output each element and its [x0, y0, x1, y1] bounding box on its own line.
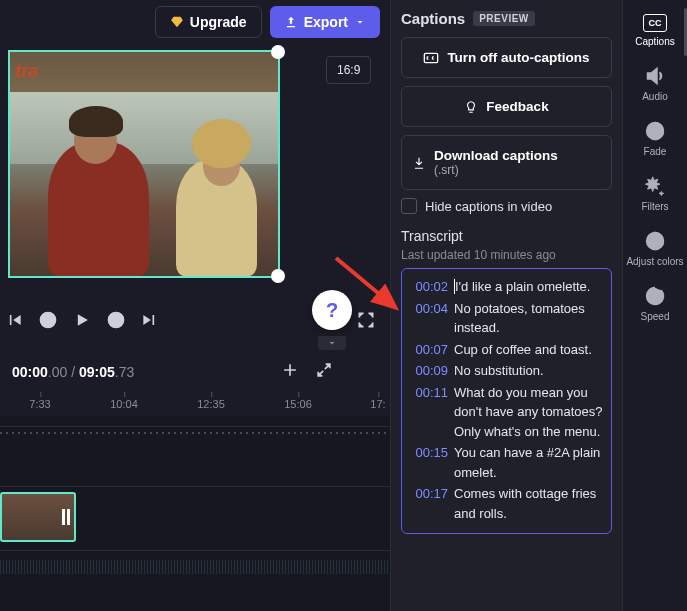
rail-audio[interactable]: Audio: [642, 65, 668, 102]
video-preview[interactable]: tra: [8, 50, 280, 278]
fade-icon: [644, 120, 666, 142]
svg-text:5: 5: [114, 316, 118, 325]
zoom-out-icon[interactable]: [314, 360, 334, 380]
ruler-tick: 7:33: [29, 398, 50, 410]
timeline-ruler[interactable]: 7:33 10:04 12:35 15:06 17:: [0, 398, 390, 416]
export-label: Export: [304, 14, 348, 30]
rewind-5-icon[interactable]: 5: [38, 310, 58, 330]
download-sublabel: (.srt): [434, 163, 558, 177]
download-label: Download captions: [434, 148, 558, 163]
speed-icon: [644, 285, 666, 307]
upload-icon: [284, 15, 298, 29]
last-updated: Last updated 10 minutes ago: [401, 248, 612, 262]
upgrade-button[interactable]: Upgrade: [155, 6, 262, 38]
svg-point-7: [654, 295, 656, 297]
download-icon: [412, 156, 426, 170]
caption-text: I'd like a plain omelette.: [454, 277, 590, 297]
chevron-down-icon: [354, 16, 366, 28]
timeline[interactable]: [0, 416, 390, 611]
timestamp: 00:15: [410, 443, 448, 482]
filters-icon: [644, 175, 666, 197]
timecode: 00:00.00 / 09:05.73: [12, 364, 134, 380]
feedback-label: Feedback: [486, 99, 548, 114]
transcript-editor[interactable]: 00:02I'd like a plain omelette. 00:04No …: [401, 268, 612, 534]
rail-fade[interactable]: Fade: [644, 120, 667, 157]
caption-text: No potatoes, tomatoes instead.: [454, 299, 603, 338]
ruler-tick: 17:: [370, 398, 385, 410]
download-captions-button[interactable]: Download captions (.srt): [401, 135, 612, 190]
rail-captions[interactable]: CC Captions: [635, 14, 674, 47]
captions-title: Captions: [401, 10, 465, 27]
chevron-down-icon: [326, 337, 338, 349]
feedback-button[interactable]: Feedback: [401, 86, 612, 127]
collapse-toggle[interactable]: [318, 336, 346, 350]
right-sidebar: CC Captions Audio Fade Filters Adjust co…: [622, 0, 687, 611]
speaker-icon: [644, 65, 666, 87]
upgrade-label: Upgrade: [190, 14, 247, 30]
caption-text: You can have a #2A plain omelet.: [454, 443, 603, 482]
ruler-tick: 15:06: [284, 398, 312, 410]
caption-text: What do you mean you don't have any toma…: [454, 383, 603, 442]
turnoff-label: Turn off auto-captions: [447, 50, 589, 65]
caption-text: Comes with cottage fries and rolls.: [454, 484, 603, 523]
video-thumbnail: tra: [10, 52, 278, 276]
diamond-icon: [170, 15, 184, 29]
contrast-icon: [644, 230, 666, 252]
skip-back-icon[interactable]: [4, 310, 24, 330]
timestamp: 00:07: [410, 340, 448, 360]
caption-text: No substitution.: [454, 361, 544, 381]
add-icon[interactable]: [280, 360, 300, 380]
play-icon[interactable]: [72, 310, 92, 330]
timestamp: 00:17: [410, 484, 448, 523]
caption-text: Cup of coffee and toast.: [454, 340, 592, 360]
audio-waveform: [0, 560, 390, 574]
lightbulb-icon: [464, 100, 478, 114]
hide-captions-checkbox[interactable]: [401, 198, 417, 214]
aspect-ratio-button[interactable]: 16:9: [326, 56, 371, 84]
ruler-tick: 12:35: [197, 398, 225, 410]
export-button[interactable]: Export: [270, 6, 380, 38]
timestamp: 00:11: [410, 383, 448, 442]
turnoff-captions-button[interactable]: Turn off auto-captions: [401, 37, 612, 78]
rail-speed[interactable]: Speed: [641, 285, 670, 322]
waveform-track: [0, 432, 390, 434]
ruler-tick: 10:04: [110, 398, 138, 410]
rail-filters[interactable]: Filters: [641, 175, 668, 212]
hide-captions-label: Hide captions in video: [425, 199, 552, 214]
timestamp: 00:02: [410, 277, 448, 297]
pause-icon: [62, 509, 70, 525]
timestamp: 00:09: [410, 361, 448, 381]
rail-adjust-colors[interactable]: Adjust colors: [626, 230, 683, 267]
cc-icon: CC: [643, 14, 667, 32]
video-clip[interactable]: [0, 492, 76, 542]
fullscreen-icon[interactable]: [356, 310, 376, 330]
preview-badge: PREVIEW: [473, 11, 535, 26]
help-button[interactable]: ?: [312, 290, 352, 330]
forward-5-icon[interactable]: 5: [106, 310, 126, 330]
skip-forward-icon[interactable]: [140, 310, 160, 330]
timestamp: 00:04: [410, 299, 448, 338]
cc-off-icon: [423, 51, 439, 65]
transcript-heading: Transcript: [401, 228, 612, 244]
captions-panel: Captions PREVIEW Turn off auto-captions …: [390, 0, 622, 611]
svg-text:5: 5: [46, 316, 50, 325]
current-time: 00:00: [12, 364, 48, 380]
